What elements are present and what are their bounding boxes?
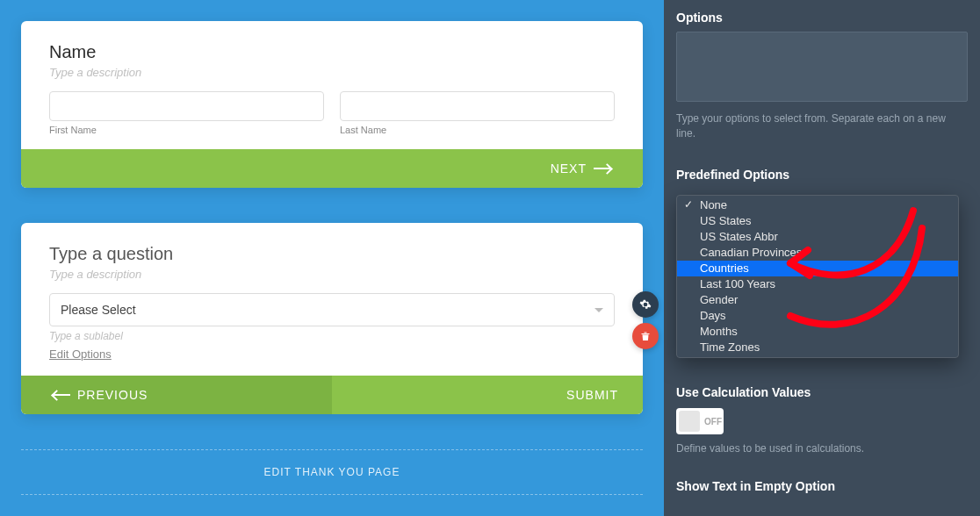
predefined-option-item[interactable]: US States [677,213,958,229]
predefined-option-item[interactable]: Time Zones [677,340,958,355]
predefined-options-heading: Predefined Options [676,168,968,182]
submit-button-label: SUBMIT [566,388,618,402]
next-button[interactable]: NEXT [320,149,643,188]
name-field-title: Name [49,42,615,62]
options-textarea[interactable] [676,32,968,102]
last-name-sublabel: Last Name [340,125,615,135]
predefined-option-item[interactable]: US States Abbr [677,229,958,245]
edit-thank-you-page-button[interactable]: EDIT THANK YOU PAGE [21,449,643,495]
name-field-description-placeholder[interactable]: Type a description [49,66,615,79]
first-name-input[interactable] [49,91,324,121]
arrow-left-icon [53,390,70,400]
chevron-down-icon [594,308,603,312]
empty-option-heading: Show Text in Empty Option [676,479,968,493]
toggle-state-label: OFF [704,417,722,426]
calculation-help-text: Define values to be used in calculations… [676,441,968,456]
dropdown-sublabel-placeholder[interactable]: Type a sublabel [49,330,615,342]
trash-icon [640,330,651,342]
predefined-option-item[interactable]: Last 100 Years [677,276,958,292]
question-title-placeholder[interactable]: Type a question [49,244,615,264]
previous-button-label: PREVIOUS [77,388,148,402]
dropdown-placeholder-text: Please Select [61,303,136,317]
toggle-handle-icon [679,411,700,432]
arrow-right-icon [594,163,611,174]
predefined-option-item[interactable]: Days [677,308,958,324]
calculation-values-heading: Use Calculation Values [676,385,968,399]
edit-options-link[interactable]: Edit Options [49,348,112,361]
dropdown-select[interactable]: Please Select [49,293,615,326]
predefined-option-item[interactable]: Canadian Provinces [677,245,958,261]
name-field-card: Name Type a description First Name Last … [21,21,643,188]
gear-icon [639,298,652,311]
predefined-option-item[interactable]: Months [677,324,958,340]
predefined-option-item[interactable]: Countries [677,261,958,276]
options-help-text: Type your options to select from. Separa… [676,111,968,141]
last-name-input[interactable] [340,91,615,121]
options-heading: Options [676,11,968,25]
next-button-label: NEXT [551,161,587,176]
field-delete-button[interactable] [632,323,659,349]
previous-button[interactable]: PREVIOUS [21,376,332,414]
predefined-option-item[interactable]: None [677,197,958,213]
question-description-placeholder[interactable]: Type a description [49,268,615,281]
properties-sidebar: Options Type your options to select from… [664,0,980,516]
predefined-options-dropdown: NoneUS StatesUS States AbbrCanadian Prov… [676,195,959,358]
calculation-values-toggle[interactable]: OFF [676,408,724,434]
dropdown-field-card[interactable]: Type a question Type a description Pleas… [21,223,643,414]
predefined-option-item[interactable]: Gender [677,292,958,308]
form-canvas: Name Type a description First Name Last … [0,0,664,516]
first-name-sublabel: First Name [49,125,324,135]
submit-button[interactable]: SUBMIT [332,376,643,414]
field-settings-button[interactable] [632,291,659,318]
